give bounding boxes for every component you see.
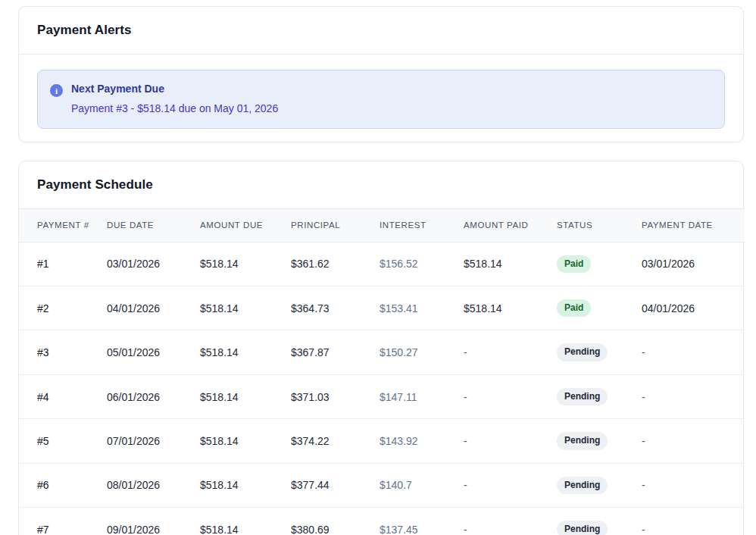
cell-payment-date: - (642, 330, 745, 374)
cell-interest: $150.27 (380, 330, 464, 374)
cell-num: #5 (19, 419, 107, 463)
cell-amount-due: $518.14 (200, 242, 291, 286)
alert-text-block: Next Payment Due Payment #3 - $518.14 du… (71, 83, 278, 114)
cell-due-date: 08/01/2026 (107, 463, 200, 507)
col-amount-paid: AMOUNT PAID (464, 209, 557, 242)
alert-message: Payment #3 - $518.14 due on May 01, 2026 (71, 102, 278, 114)
cell-status: Pending (557, 374, 642, 418)
cell-due-date: 03/01/2026 (107, 242, 200, 286)
cell-status: Pending (557, 419, 642, 463)
payment-schedule-table: PAYMENT # DUE DATE AMOUNT DUE PRINCIPAL … (19, 208, 745, 535)
cell-num: #3 (19, 330, 107, 374)
cell-principal: $380.69 (291, 508, 380, 535)
cell-interest: $153.41 (380, 286, 464, 330)
col-payment-date: PAYMENT DATE (642, 209, 745, 242)
cell-amount-due: $518.14 (200, 508, 291, 535)
table-row: #709/01/2026$518.14$380.69$137.45-Pendin… (19, 508, 745, 535)
cell-principal: $377.44 (291, 463, 380, 507)
cell-amount-paid: $518.14 (464, 242, 557, 286)
cell-num: #7 (19, 508, 107, 535)
col-due-date: DUE DATE (107, 209, 200, 242)
page: Payment Alerts i Next Payment Due Paymen… (0, 0, 756, 535)
cell-amount-paid: - (464, 330, 557, 374)
cell-status: Pending (557, 508, 642, 535)
info-icon: i (50, 84, 63, 97)
cell-num: #1 (19, 242, 107, 286)
table-row: #507/01/2026$518.14$374.22$143.92-Pendin… (19, 419, 745, 463)
cell-status: Pending (557, 330, 642, 374)
cell-principal: $371.03 (291, 374, 380, 418)
cell-interest: $143.92 (380, 419, 464, 463)
cell-payment-date: - (642, 508, 745, 535)
cell-principal: $361.62 (291, 242, 380, 286)
cell-due-date: 09/01/2026 (107, 508, 200, 535)
cell-interest: $140.7 (380, 463, 464, 507)
cell-amount-due: $518.14 (200, 419, 291, 463)
table-row: #103/01/2026$518.14$361.62$156.52$518.14… (19, 242, 745, 286)
cell-status: Paid (557, 286, 642, 330)
col-status: STATUS (557, 209, 642, 242)
alert-title: Next Payment Due (71, 83, 278, 95)
payment-alerts-body: i Next Payment Due Payment #3 - $518.14 … (19, 55, 743, 142)
cell-status: Pending (557, 463, 642, 507)
col-amount-due: AMOUNT DUE (200, 209, 291, 242)
cell-principal: $367.87 (291, 330, 380, 374)
cell-amount-paid: $518.14 (464, 286, 557, 330)
payment-schedule-card: Payment Schedule PAYMENT # DUE DATE AMOU… (18, 161, 744, 535)
cell-num: #4 (19, 374, 107, 418)
next-payment-alert: i Next Payment Due Payment #3 - $518.14 … (37, 70, 725, 129)
table-row: #204/01/2026$518.14$364.73$153.41$518.14… (19, 286, 745, 330)
cell-due-date: 06/01/2026 (107, 374, 200, 418)
table-row: #608/01/2026$518.14$377.44$140.7-Pending… (19, 463, 745, 507)
table-row: #305/01/2026$518.14$367.87$150.27-Pendin… (19, 330, 745, 374)
cell-payment-date: 03/01/2026 (642, 242, 745, 286)
payment-alerts-header: Payment Alerts (19, 7, 743, 54)
status-badge: Pending (557, 343, 608, 361)
cell-num: #6 (19, 463, 107, 507)
cell-interest: $156.52 (380, 242, 464, 286)
cell-amount-paid: - (464, 374, 557, 418)
payment-schedule-title: Payment Schedule (37, 177, 725, 192)
cell-amount-paid: - (464, 419, 557, 463)
col-payment-num: PAYMENT # (19, 209, 107, 242)
spacer (12, 142, 738, 161)
cell-payment-date: 04/01/2026 (642, 286, 745, 330)
cell-interest: $137.45 (380, 508, 464, 535)
payment-schedule-header: Payment Schedule (19, 161, 743, 208)
cell-payment-date: - (642, 419, 745, 463)
payment-alerts-card: Payment Alerts i Next Payment Due Paymen… (18, 6, 744, 142)
cell-amount-due: $518.14 (200, 374, 291, 418)
cell-amount-paid: - (464, 463, 557, 507)
status-badge: Paid (557, 255, 591, 273)
cell-amount-paid: - (464, 508, 557, 535)
status-badge: Pending (557, 388, 608, 405)
cell-num: #2 (19, 286, 107, 330)
status-badge: Pending (557, 477, 608, 494)
cell-principal: $364.73 (291, 286, 380, 330)
cell-payment-date: - (642, 374, 745, 418)
cell-principal: $374.22 (291, 419, 380, 463)
cell-due-date: 07/01/2026 (107, 419, 200, 463)
cell-interest: $147.11 (380, 374, 464, 418)
col-interest: INTEREST (380, 209, 464, 242)
cell-payment-date: - (642, 463, 745, 507)
cell-amount-due: $518.14 (200, 463, 291, 507)
col-principal: PRINCIPAL (291, 209, 380, 242)
cell-due-date: 04/01/2026 (107, 286, 200, 330)
cell-amount-due: $518.14 (200, 286, 291, 330)
payment-alerts-title: Payment Alerts (37, 23, 725, 38)
cell-amount-due: $518.14 (200, 330, 291, 374)
cell-status: Paid (557, 242, 642, 286)
table-row: #406/01/2026$518.14$371.03$147.11-Pendin… (19, 374, 745, 418)
header-row: PAYMENT # DUE DATE AMOUNT DUE PRINCIPAL … (19, 209, 745, 242)
status-badge: Pending (557, 521, 608, 535)
cell-due-date: 05/01/2026 (107, 330, 200, 374)
status-badge: Pending (557, 432, 608, 449)
status-badge: Paid (557, 299, 591, 317)
schedule-table-body: #103/01/2026$518.14$361.62$156.52$518.14… (19, 242, 745, 535)
table-head: PAYMENT # DUE DATE AMOUNT DUE PRINCIPAL … (19, 209, 745, 242)
